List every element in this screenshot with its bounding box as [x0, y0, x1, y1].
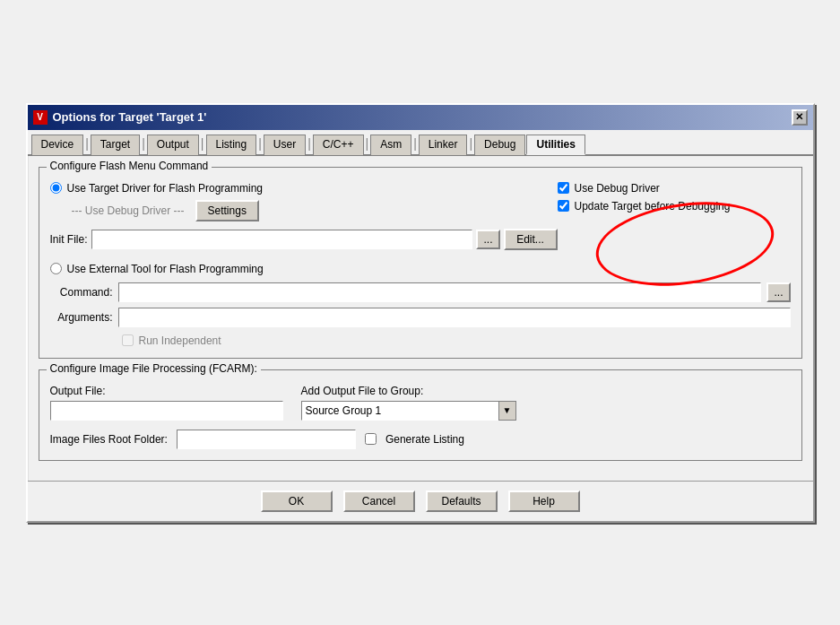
tab-divider-2: | — [141, 134, 146, 154]
use-debug-driver-checkbox[interactable] — [558, 182, 569, 194]
window-title: Options for Target 'Target 1' — [53, 110, 207, 124]
command-label: Command: — [50, 286, 113, 299]
tab-divider-5: | — [307, 134, 312, 154]
add-output-section: Add Output File to Group: Source Group 1… — [301, 385, 516, 421]
update-target-label: Update Target before Debugging — [575, 200, 731, 213]
flash-group-title: Configure Flash Menu Command — [47, 160, 212, 172]
image-group: Configure Image File Processing (FCARM):… — [39, 369, 802, 461]
tab-debug[interactable]: Debug — [474, 135, 525, 155]
command-input[interactable] — [118, 282, 762, 302]
output-file-section: Output File: — [50, 385, 283, 421]
tab-cpp[interactable]: C/C++ — [313, 135, 364, 155]
settings-button[interactable]: Settings — [195, 200, 259, 221]
generate-listing-checkbox[interactable] — [365, 433, 377, 445]
use-debug-driver-placeholder: --- Use Debug Driver --- — [72, 204, 185, 217]
flash-group: Configure Flash Menu Command Use Target … — [39, 167, 802, 359]
tab-divider-1: | — [84, 134, 90, 154]
use-target-driver-radio[interactable] — [50, 182, 62, 194]
bottom-bar: OK Cancel Defaults Help — [28, 481, 813, 521]
tab-linker[interactable]: Linker — [419, 135, 468, 155]
ok-button[interactable]: OK — [261, 490, 333, 512]
use-external-tool-row: Use External Tool for Flash Programming — [50, 263, 791, 275]
command-browse-button[interactable]: ... — [766, 282, 790, 302]
image-root-label: Image Files Root Folder: — [50, 433, 168, 446]
cancel-button[interactable]: Cancel — [343, 490, 415, 512]
use-target-driver-label: Use Target Driver for Flash Programming — [67, 182, 264, 195]
output-file-input[interactable] — [50, 401, 283, 421]
tab-output[interactable]: Output — [147, 135, 199, 155]
tab-utilities[interactable]: Utilities — [526, 135, 585, 155]
tab-asm[interactable]: Asm — [370, 135, 411, 155]
use-external-tool-radio[interactable] — [50, 263, 62, 274]
main-window: V Options for Target 'Target 1' ✕ Device… — [26, 103, 815, 523]
init-file-label: Init File: — [50, 233, 88, 246]
use-external-tool-label: Use External Tool for Flash Programming — [67, 263, 264, 275]
tab-divider-7: | — [412, 134, 418, 154]
tab-device[interactable]: Device — [31, 135, 84, 155]
use-target-driver-row: Use Target Driver for Flash Programming — [50, 182, 558, 195]
left-flash: Use Target Driver for Flash Programming … — [50, 182, 558, 250]
tab-user[interactable]: User — [264, 135, 306, 155]
tab-listing[interactable]: Listing — [206, 135, 257, 155]
right-flash: Use Debug Driver Update Target before De… — [558, 182, 791, 213]
arguments-input[interactable] — [118, 308, 791, 327]
tab-divider-6: | — [365, 134, 370, 154]
app-icon: V — [33, 110, 48, 125]
use-debug-driver-row: Use Debug Driver — [558, 182, 660, 195]
defaults-button[interactable]: Defaults — [426, 490, 498, 512]
generate-listing-label: Generate Listing — [385, 433, 464, 446]
help-button[interactable]: Help — [508, 490, 580, 512]
run-independent-row: Run Independent — [122, 334, 791, 347]
image-group-title: Configure Image File Processing (FCARM): — [47, 362, 261, 375]
tab-divider-3: | — [200, 134, 205, 154]
title-bar: V Options for Target 'Target 1' ✕ — [28, 105, 813, 130]
init-file-browse-button[interactable]: ... — [476, 230, 499, 249]
init-file-input[interactable] — [91, 230, 473, 249]
run-independent-checkbox[interactable] — [122, 334, 134, 346]
main-content: Configure Flash Menu Command Use Target … — [28, 156, 813, 481]
arguments-label: Arguments: — [50, 311, 113, 324]
update-target-checkbox[interactable] — [558, 200, 569, 212]
tab-target[interactable]: Target — [91, 135, 140, 155]
title-bar-left: V Options for Target 'Target 1' — [33, 110, 207, 125]
tab-divider-4: | — [257, 134, 263, 154]
edit-button[interactable]: Edit... — [504, 229, 558, 250]
use-debug-driver-checkbox-label: Use Debug Driver — [575, 182, 660, 195]
tab-bar: Device | Target | Output | Listing | Use… — [28, 130, 813, 156]
update-target-row: Update Target before Debugging — [558, 200, 731, 213]
source-group-wrapper: Source Group 1 ▼ — [301, 401, 516, 421]
source-group-select[interactable]: Source Group 1 — [301, 401, 516, 421]
run-independent-label: Run Independent — [139, 334, 221, 347]
tab-divider-8: | — [468, 134, 473, 154]
output-file-label: Output File: — [50, 385, 283, 397]
image-root-input[interactable] — [177, 430, 356, 449]
close-button[interactable]: ✕ — [792, 109, 808, 126]
add-output-label: Add Output File to Group: — [301, 385, 516, 397]
